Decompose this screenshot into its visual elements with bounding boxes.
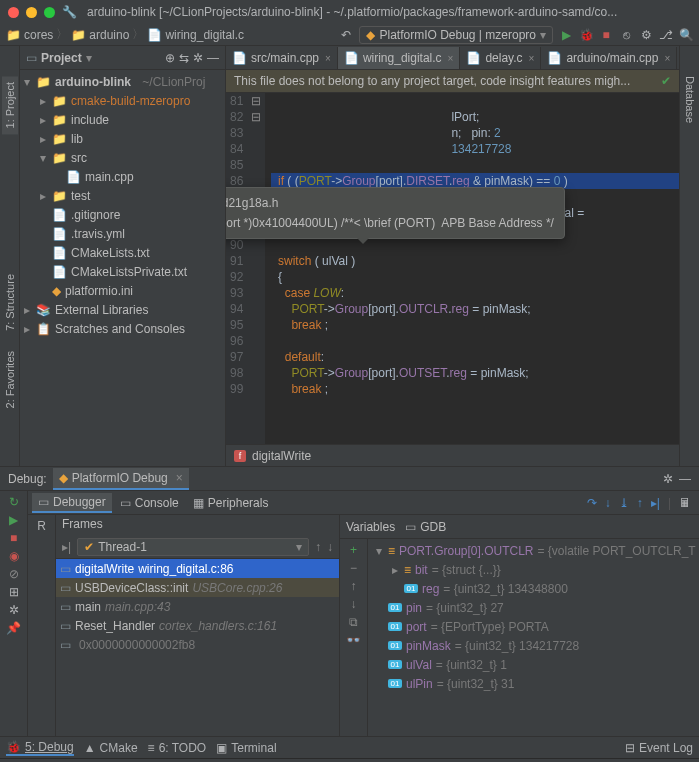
prev-frame-icon[interactable]: ▸| [62, 540, 71, 554]
tree-node[interactable]: ▸📁lib [20, 129, 225, 148]
variable-row[interactable]: 01 ulVal = {uint32_t} 1 [368, 655, 699, 674]
breadcrumb[interactable]: 📁cores〉 📁arduino〉 📄wiring_digital.c [6, 26, 244, 43]
debug-icon[interactable]: 🐞 [579, 28, 593, 42]
thread-select[interactable]: ✔Thread-1▾ [77, 538, 309, 556]
editor-tab[interactable]: 📄arduino/main.cpp× [541, 47, 677, 69]
pin-icon[interactable]: 📌 [6, 621, 21, 635]
variables-tree[interactable]: ▾≡ PORT.Group[0].OUTCLR = {volatile PORT… [368, 539, 699, 736]
variable-row[interactable]: 01 pin = {uint32_t} 27 [368, 598, 699, 617]
debug-tab[interactable]: ◆PlatformIO Debug× [53, 468, 189, 490]
frame-row[interactable]: ▭main main.cpp:43 [56, 597, 339, 616]
tree-node[interactable]: ◆platformio.ini [20, 281, 225, 300]
rerun-icon[interactable]: ↻ [9, 495, 19, 509]
project-tree[interactable]: ▾📁arduino-blink ~/CLionProj ▸📁cmake-buil… [20, 70, 225, 466]
frames-list[interactable]: ▭digitalWrite wiring_digital.c:86▭USBDev… [56, 559, 339, 736]
structure-breadcrumb: f digitalWrite [226, 444, 679, 466]
structure-tool-button[interactable]: 7: Structure [4, 274, 16, 331]
step-into-icon[interactable]: ↓ [605, 496, 611, 510]
zoom-window-icon[interactable] [44, 7, 55, 18]
tree-node[interactable]: ▸📁include [20, 110, 225, 129]
frame-up-icon[interactable]: ↑ [315, 540, 321, 554]
back-icon[interactable]: ↶ [339, 28, 353, 42]
hide-icon[interactable]: — [207, 51, 219, 65]
gear-icon[interactable]: ✲ [193, 51, 203, 65]
console-tab[interactable]: ▭Console [114, 494, 185, 512]
variable-row[interactable]: 01 port = {EPortType} PORTA [368, 617, 699, 636]
debug-tool-button[interactable]: 🐞 5: Debug [6, 740, 74, 756]
tree-node[interactable]: 📄.travis.yml [20, 224, 225, 243]
scratches[interactable]: Scratches and Consoles [55, 322, 185, 336]
project-root[interactable]: arduino-blink [55, 75, 131, 89]
up-icon[interactable]: ↑ [351, 579, 357, 593]
code-editor[interactable]: Declared In: samd21g18a.h #define PORT (… [226, 93, 679, 444]
database-tool-button[interactable]: Database [684, 76, 696, 123]
cmake-tool-button[interactable]: ▲ CMake [84, 741, 138, 755]
remove-watch-icon[interactable]: − [350, 561, 357, 575]
add-watch-icon[interactable]: + [350, 543, 357, 557]
hide-icon[interactable]: — [679, 472, 691, 486]
variable-row[interactable]: ▸≡ bit = {struct {...}} [368, 560, 699, 579]
left-gutter: 1: Project 7: Structure 2: Favorites [0, 46, 20, 466]
stop-icon[interactable]: ■ [10, 531, 17, 545]
tree-node[interactable]: ▸📁test [20, 186, 225, 205]
step-out-icon[interactable]: ↑ [637, 496, 643, 510]
tree-node[interactable]: ▾📁src [20, 148, 225, 167]
force-step-icon[interactable]: ⤓ [619, 496, 629, 510]
resume-icon[interactable]: ▶ [9, 513, 18, 527]
stop-icon[interactable]: ■ [599, 28, 613, 42]
mute-bp-icon[interactable]: ⊘ [9, 567, 19, 581]
locate-icon[interactable]: ⊕ [165, 51, 175, 65]
project-tool-button[interactable]: 1: Project [2, 76, 18, 134]
tree-node[interactable]: 📄.gitignore [20, 205, 225, 224]
collapse-icon[interactable]: ⇆ [179, 51, 189, 65]
git-icon[interactable]: ⎇ [659, 28, 673, 42]
tree-node[interactable]: ▸📁cmake-build-mzeropro [20, 91, 225, 110]
variable-row[interactable]: 01 reg = {uint32_t} 134348800 [368, 579, 699, 598]
terminal-tool-button[interactable]: ▣ Terminal [216, 741, 276, 755]
tree-node[interactable]: 📄main.cpp [20, 167, 225, 186]
glasses-icon[interactable]: 👓 [346, 633, 361, 647]
external-libraries[interactable]: External Libraries [55, 303, 148, 317]
editor-tab[interactable]: 📄src/main.cpp× [226, 47, 338, 69]
run-icon[interactable]: ▶ [559, 28, 573, 42]
variable-row[interactable]: 01 pinMask = {uint32_t} 134217728 [368, 636, 699, 655]
todo-tool-button[interactable]: ≡ 6: TODO [148, 741, 207, 755]
editor-tab[interactable]: 📄wiring_digital.c× [338, 47, 461, 69]
search-icon[interactable]: 🔍 [679, 28, 693, 42]
run-to-cursor-icon[interactable]: ▸| [651, 496, 660, 510]
frame-row[interactable]: ▭USBDeviceClass::init USBCore.cpp:26 [56, 578, 339, 597]
event-log-button[interactable]: ⊟ Event Log [625, 741, 693, 755]
variable-row[interactable]: ▾≡ PORT.Group[0].OUTCLR = {volatile PORT… [368, 541, 699, 560]
attach-icon[interactable]: ⎋ [619, 28, 633, 42]
debug-tool-window: Debug: ◆PlatformIO Debug× ✲ — ↻ ▶ ■ ◉ ⊘ … [0, 466, 699, 736]
debugger-tab[interactable]: ▭Debugger [32, 493, 112, 513]
layout-icon[interactable]: ⊞ [9, 585, 19, 599]
gdb-tab[interactable]: ▭GDB [405, 520, 446, 534]
down-icon[interactable]: ↓ [351, 597, 357, 611]
restart-frame-icon[interactable]: R [37, 519, 46, 533]
favorites-tool-button[interactable]: 2: Favorites [4, 351, 16, 408]
close-window-icon[interactable] [8, 7, 19, 18]
editor-tab[interactable]: 📄delay.c× [460, 47, 541, 69]
frame-row[interactable]: ▭digitalWrite wiring_digital.c:86 [56, 559, 339, 578]
frame-row[interactable]: ▭ 0x0000000000002fb8 [56, 635, 339, 654]
view-bp-icon[interactable]: ◉ [9, 549, 19, 563]
project-view-label[interactable]: Project [41, 51, 82, 65]
frame-row[interactable]: ▭Reset_Handler cortex_handlers.c:161 [56, 616, 339, 635]
frames-header: Frames [56, 515, 339, 535]
peripherals-tab[interactable]: ▦Peripherals [187, 494, 275, 512]
tree-node[interactable]: 📄CMakeLists.txt [20, 243, 225, 262]
tree-node[interactable]: 📄CMakeListsPrivate.txt [20, 262, 225, 281]
run-configuration-select[interactable]: ◆PlatformIO Debug | mzeropro▾ [359, 26, 553, 44]
gear-icon[interactable]: ✲ [663, 472, 673, 486]
evaluate-icon[interactable]: 🖩 [679, 496, 691, 510]
debug-label: Debug: [8, 472, 47, 486]
variable-row[interactable]: 01 ulPin = {uint32_t} 31 [368, 674, 699, 693]
settings-icon[interactable]: ✲ [9, 603, 19, 617]
copy-icon[interactable]: ⧉ [349, 615, 358, 629]
variables-header[interactable]: Variables [346, 520, 395, 534]
step-over-icon[interactable]: ↷ [587, 496, 597, 510]
frame-down-icon[interactable]: ↓ [327, 540, 333, 554]
minimize-window-icon[interactable] [26, 7, 37, 18]
build-icon[interactable]: ⚙ [639, 28, 653, 42]
